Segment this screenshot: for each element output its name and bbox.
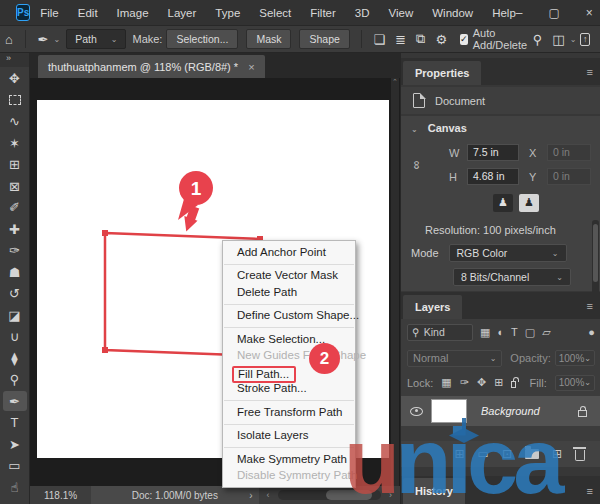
gear-icon[interactable]: ⚙ [435,32,447,47]
document-size-field[interactable]: Doc: 1.00M/0 bytes › [91,486,258,504]
canvas-section-header[interactable]: ⌄Canvas [411,122,467,134]
move-tool[interactable]: ✥ [3,69,27,89]
make-shape-button[interactable]: Shape [299,29,349,49]
delete-layer-icon[interactable] [575,450,585,461]
new-group-icon[interactable] [525,449,539,459]
share-icon[interactable]: ↑ [580,33,590,46]
scroll-left-icon[interactable]: ‹ [259,490,278,500]
menu-edit[interactable]: Edit [78,7,98,19]
dodge-tool[interactable]: ⚲ [3,370,27,390]
path-anchor-point[interactable] [102,347,108,353]
layer-thumbnail[interactable] [431,399,467,423]
menu-window[interactable]: Window [432,7,473,19]
eyedropper-tool[interactable]: ✐ [3,198,27,218]
color-mode-select[interactable]: RGB Color ⌄ [449,244,567,262]
scroll-right-icon[interactable]: › [381,490,400,500]
menu-help[interactable]: Help [492,7,516,19]
width-field[interactable]: 7.5 in [467,144,519,161]
new-layer-icon[interactable]: ⊞ [552,447,562,461]
background-layer-row[interactable]: Background [401,396,600,426]
path-arrange-icon[interactable]: ⧉ [416,31,425,47]
crop-tool[interactable]: ⊞ [3,155,27,175]
menu-select[interactable]: Select [259,7,291,19]
menu-view[interactable]: View [389,7,414,19]
lasso-tool[interactable]: ∿ [3,112,27,132]
maximize-button[interactable]: ▢ [548,6,559,20]
lock-transparency-icon[interactable]: ▦ [441,376,451,389]
blur-tool[interactable]: ⧫ [3,348,27,368]
tab-layers[interactable]: Layers [403,295,462,319]
chevron-down-icon[interactable]: ⌄ [570,35,577,44]
make-selection-button[interactable]: Selection... [166,29,238,49]
search-icon[interactable]: ⚲ [533,32,543,47]
portrait-orientation-button[interactable]: ♟ [493,194,513,212]
layer-lock-icon[interactable] [578,410,587,417]
frame-tool[interactable]: ⊠ [3,176,27,196]
panel-menu-icon[interactable]: ≡ [587,485,593,497]
path-selection-tool[interactable]: ➤ [3,434,27,454]
blend-mode-select[interactable]: Normal ⌄ [407,350,502,367]
lock-pixels-icon[interactable]: ✑ [460,376,469,389]
filter-smart-object-icon[interactable]: ▱ [542,326,550,339]
collapse-toolbar-icon[interactable]: » [0,53,29,67]
landscape-orientation-button[interactable]: ♟ [519,194,539,212]
menu-item-add-anchor-point[interactable]: Add Anchor Point [223,244,355,261]
menu-type[interactable]: Type [215,7,240,19]
menu-item-stroke-path[interactable]: Stroke Path... [223,381,355,398]
panel-menu-icon[interactable]: ≡ [587,66,593,78]
path-align-icon[interactable]: ≣ [395,32,406,47]
menu-3d[interactable]: 3D [355,7,370,19]
bit-depth-select[interactable]: 8 Bits/Channel ⌄ [453,268,571,286]
tab-properties[interactable]: Properties [403,61,481,85]
close-tab-icon[interactable]: × [248,61,254,73]
auto-add-delete-checkbox[interactable]: ✓ [460,34,468,45]
menu-item-make-symmetry-path[interactable]: Make Symmetry Path [223,451,355,468]
clone-stamp-tool[interactable]: ☗ [3,262,27,282]
brush-tool[interactable]: ✑ [3,241,27,261]
menu-filter[interactable]: Filter [310,7,336,19]
fill-path-highlight[interactable]: Fill Path... [232,366,296,383]
menu-layer[interactable]: Layer [168,7,197,19]
type-tool[interactable]: T [3,413,27,433]
make-mask-button[interactable]: Mask [246,29,291,49]
tab-history[interactable]: History [403,478,465,504]
panel-menu-icon[interactable]: ≡ [587,300,593,312]
history-brush-tool[interactable]: ↺ [3,284,27,304]
menu-item-delete-path[interactable]: Delete Path [223,284,355,301]
pen-tool-preset-icon[interactable]: ✒ [38,32,49,47]
path-anchor-point[interactable] [102,230,108,236]
filter-type-icon[interactable]: T [511,326,518,338]
layer-style-icon[interactable]: ▭ [478,447,489,461]
filter-toggle-icon[interactable]: ● [588,326,595,338]
layer-visibility-icon[interactable] [410,407,423,416]
link-dimensions-icon[interactable]: ∞ [410,161,424,170]
filter-adjustment-icon[interactable]: ◐ [497,326,504,338]
scrollbar-thumb[interactable] [593,224,598,282]
minimize-button[interactable]: – [516,6,523,20]
menu-file[interactable]: File [40,7,59,19]
healing-brush-tool[interactable]: ✚ [3,219,27,239]
magic-wand-tool[interactable]: ✶ [3,133,27,153]
menu-item-define-custom-shape[interactable]: Define Custom Shape... [223,308,355,325]
marquee-tool[interactable] [3,90,27,110]
menu-image[interactable]: Image [117,7,149,19]
lock-artboard-icon[interactable]: ⊞ [494,376,503,389]
chevron-right-icon[interactable]: › [249,490,252,501]
close-button[interactable]: × [586,6,593,20]
filter-image-icon[interactable]: ▦ [480,326,490,339]
paint-bucket-tool[interactable]: ∪ [3,327,27,347]
lock-all-icon[interactable] [511,381,515,388]
filter-shape-icon[interactable]: ▢ [525,326,535,339]
home-icon[interactable]: ⌂ [5,32,13,47]
scrollbar-thumb[interactable] [326,490,372,500]
menu-item-free-transform-path[interactable]: Free Transform Path [223,404,355,421]
hand-tool[interactable]: ☝ [3,477,27,497]
chevron-down-icon[interactable]: ⌄ [53,35,60,44]
menu-item-isolate-layers[interactable]: Isolate Layers [223,428,355,445]
menu-item-make-selection[interactable]: Make Selection... [223,331,355,348]
eraser-tool[interactable]: ◪ [3,305,27,325]
lock-position-icon[interactable]: ✥ [477,376,486,389]
filter-kind-select[interactable]: ⚲ Kind [407,324,473,341]
workspace-panel-icon[interactable]: ◫ [552,32,564,47]
height-field[interactable]: 4.68 in [467,168,519,185]
